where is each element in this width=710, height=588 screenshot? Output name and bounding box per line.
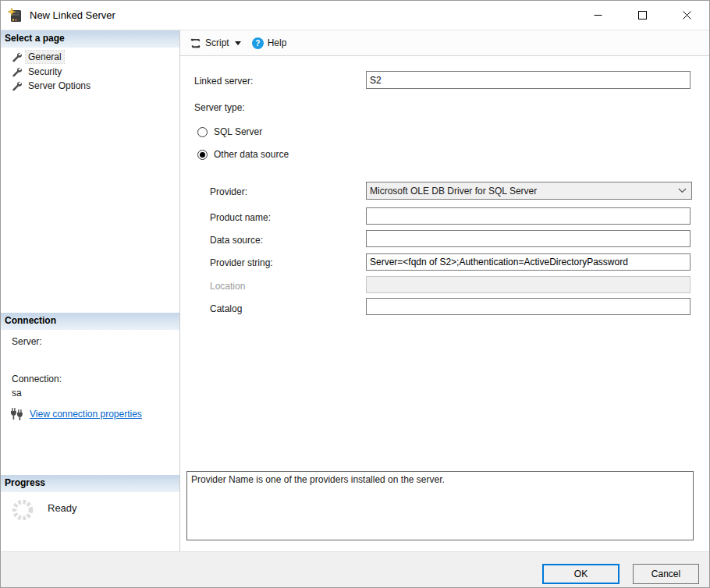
provider-label: Provider: xyxy=(210,186,247,197)
radio-label: SQL Server xyxy=(214,126,262,137)
close-icon xyxy=(683,11,691,19)
sidebar-item-general[interactable]: General xyxy=(1,49,179,64)
provider-string-label: Provider string: xyxy=(210,257,273,268)
progress-status: Ready xyxy=(48,502,77,514)
connection-header: Connection xyxy=(1,313,179,330)
wrench-icon xyxy=(11,80,22,91)
general-page-form: Linked server: Server type: SQL Server O… xyxy=(180,56,709,551)
close-button[interactable] xyxy=(665,1,709,30)
script-button[interactable]: Script xyxy=(186,35,246,51)
window-controls xyxy=(576,1,709,30)
chevron-down-icon xyxy=(678,188,687,193)
product-name-input[interactable] xyxy=(366,207,690,225)
dialog-footer: OK Cancel xyxy=(1,551,710,588)
provider-select[interactable]: Microsoft OLE DB Driver for SQL Server xyxy=(366,182,692,200)
location-input xyxy=(366,276,690,293)
radio-label: Other data source xyxy=(214,149,289,160)
wrench-icon xyxy=(11,66,22,77)
server-type-label: Server type: xyxy=(194,102,245,113)
radio-other-data-source[interactable]: Other data source xyxy=(197,149,289,160)
toolbar: Script ? Help xyxy=(180,30,709,56)
sidebar-item-label: General xyxy=(26,51,64,63)
help-button[interactable]: ? Help xyxy=(249,35,290,51)
catalog-input[interactable] xyxy=(366,298,690,315)
window-title: New Linked Server xyxy=(30,9,115,21)
cancel-button[interactable]: Cancel xyxy=(633,564,699,584)
sidebar-item-label: Server Options xyxy=(26,80,93,92)
maximize-icon xyxy=(638,11,647,19)
new-linked-server-icon xyxy=(8,8,23,23)
select-a-page-header: Select a page xyxy=(1,30,179,48)
sidebar-item-server-options[interactable]: Server Options xyxy=(1,78,179,93)
spinner-icon xyxy=(11,498,34,522)
location-label: Location xyxy=(210,281,245,292)
connection-label: Connection: xyxy=(12,374,62,384)
connection-value: sa xyxy=(12,388,22,398)
product-name-label: Product name: xyxy=(210,212,271,223)
linked-server-input[interactable] xyxy=(366,71,690,89)
minimize-button[interactable] xyxy=(576,1,620,30)
maximize-button[interactable] xyxy=(620,1,665,30)
titlebar: New Linked Server xyxy=(1,1,709,30)
view-connection-properties-row: View connection properties xyxy=(9,406,142,421)
sidebar: Select a page General Security Server Op… xyxy=(1,30,180,551)
script-label: Script xyxy=(205,37,229,48)
provider-help-text: Provider Name is one of the providers in… xyxy=(186,471,694,540)
catalog-label: Catalog xyxy=(210,303,242,314)
linked-server-label: Linked server: xyxy=(194,76,253,87)
radio-circle xyxy=(197,150,208,160)
connection-properties-icon xyxy=(9,406,24,421)
help-icon: ? xyxy=(252,37,264,49)
radio-circle xyxy=(197,127,208,137)
sidebar-item-label: Security xyxy=(26,66,64,78)
script-icon xyxy=(190,37,201,49)
wrench-icon xyxy=(11,51,22,62)
connection-server-label: Server: xyxy=(12,336,42,347)
data-source-input[interactable] xyxy=(366,230,690,247)
provider-string-input[interactable] xyxy=(366,253,690,271)
data-source-label: Data source: xyxy=(210,235,263,246)
sidebar-item-security[interactable]: Security xyxy=(1,64,179,79)
provider-selected-value: Microsoft OLE DB Driver for SQL Server xyxy=(370,186,678,197)
minimize-icon xyxy=(594,11,602,19)
progress-header: Progress xyxy=(1,475,179,492)
ok-button[interactable]: OK xyxy=(542,564,619,584)
caret-down-icon xyxy=(235,41,241,45)
help-label: Help xyxy=(268,37,287,48)
view-connection-properties-link[interactable]: View connection properties xyxy=(30,409,142,420)
radio-sql-server[interactable]: SQL Server xyxy=(197,126,262,137)
new-linked-server-dialog: New Linked Server Select a page General … xyxy=(0,0,710,588)
